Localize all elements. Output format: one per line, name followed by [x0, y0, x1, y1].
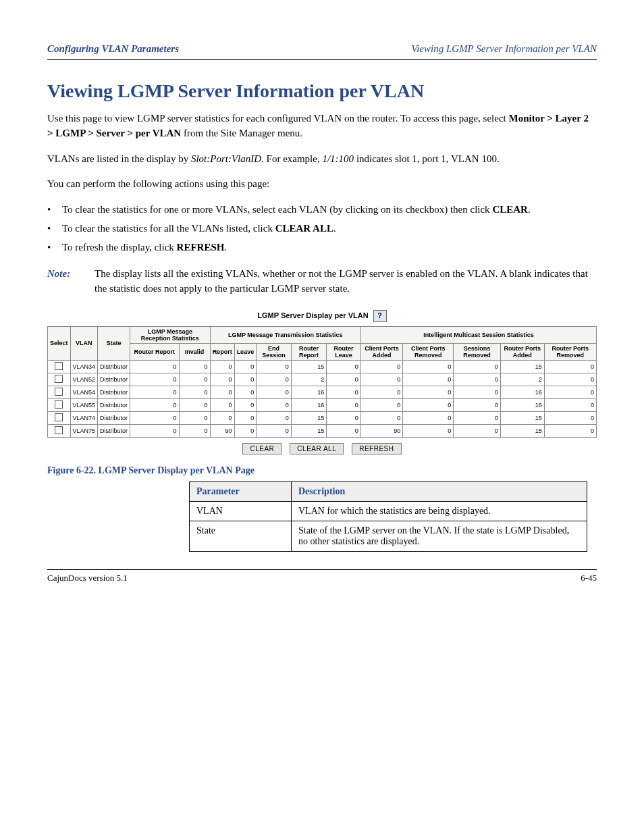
help-icon[interactable]: ?	[373, 310, 387, 322]
th-group-session: Intelligent Multicast Session Statistics	[360, 326, 596, 343]
cell-rx-router-report: 0	[130, 424, 179, 437]
cell-tx-router-report: 15	[291, 411, 326, 424]
cell-invalid: 0	[179, 373, 210, 386]
cell-report: 0	[210, 398, 234, 411]
cell-leave: 0	[234, 373, 257, 386]
cell-rx-router-report: 0	[130, 386, 179, 398]
th-invalid: Invalid	[179, 343, 210, 360]
table-row: VLAN75Distributor0090001509000150	[48, 424, 597, 437]
th-router-ports-removed: Router Ports Removed	[544, 343, 596, 360]
action-list: • To clear the statistics for one or mor…	[47, 203, 597, 255]
cell-state: Distributor	[98, 398, 130, 411]
cell-invalid: 0	[179, 360, 210, 373]
th-report: Report	[210, 343, 234, 360]
note-body: The display lists all the existing VLANs…	[95, 267, 597, 296]
cell-router-ports-removed: 0	[544, 411, 596, 424]
cell-client-ports-removed: 0	[403, 424, 454, 437]
clear-all-button[interactable]: CLEAR ALL	[290, 443, 344, 454]
cell-sessions-removed: 0	[454, 386, 500, 398]
row-checkbox[interactable]	[55, 413, 63, 421]
param-name: State	[190, 521, 292, 551]
cell-tx-router-leave: 0	[327, 386, 361, 398]
header-right: Viewing LGMP Server Information per VLAN	[411, 43, 597, 55]
cell-client-ports-removed: 0	[403, 360, 454, 373]
cell-router-ports-added: 16	[500, 386, 544, 398]
figure-screenshot: LGMP Server Display per VLAN ? Select VL…	[47, 310, 597, 454]
cell-client-ports-added: 0	[360, 373, 402, 386]
cell-rx-router-report: 0	[130, 411, 179, 424]
row-checkbox[interactable]	[55, 362, 63, 370]
cell-invalid: 0	[179, 398, 210, 411]
cell-router-ports-removed: 0	[544, 424, 596, 437]
cell-tx-router-report: 16	[291, 398, 326, 411]
table-row: VLAN54Distributor00000160000160	[48, 386, 597, 398]
cell-tx-router-report: 16	[291, 386, 326, 398]
list-item: • To clear the statistics for all the VL…	[47, 221, 597, 236]
cell-report: 0	[210, 373, 234, 386]
cell-client-ports-removed: 0	[403, 398, 454, 411]
cell-leave: 0	[234, 360, 257, 373]
cell-client-ports-removed: 0	[403, 386, 454, 398]
th-leave: Leave	[234, 343, 257, 360]
footer-left: CajunDocs version 5.1	[47, 573, 128, 583]
th-vlan: VLAN	[70, 326, 98, 360]
intro-paragraph-2: VLANs are listed in the display by Slot:…	[47, 152, 597, 167]
row-checkbox[interactable]	[55, 388, 63, 396]
cell-leave: 0	[234, 398, 257, 411]
page-footer: CajunDocs version 5.1 6-45	[47, 569, 597, 583]
cell-router-ports-added: 15	[500, 411, 544, 424]
th-sessions-removed: Sessions Removed	[454, 343, 500, 360]
table-row: State State of the LGMP server on the VL…	[190, 521, 587, 551]
figure-title-text: LGMP Server Display per VLAN	[257, 311, 368, 319]
cell-vlan: VLAN55	[70, 398, 98, 411]
cell-tx-router-report: 15	[291, 424, 326, 437]
cell-client-ports-added: 0	[360, 386, 402, 398]
cell-invalid: 0	[179, 424, 210, 437]
cell-client-ports-added: 0	[360, 411, 402, 424]
th-select: Select	[48, 326, 71, 360]
list-item: • To refresh the display, click REFRESH.	[47, 240, 597, 255]
cell-tx-router-leave: 0	[327, 398, 361, 411]
refresh-button[interactable]: REFRESH	[352, 443, 401, 454]
section-title: Viewing LGMP Server Information per VLAN	[47, 80, 597, 102]
cell-tx-router-leave: 0	[327, 411, 361, 424]
cell-invalid: 0	[179, 411, 210, 424]
cell-client-ports-added: 0	[360, 360, 402, 373]
cell-client-ports-removed: 0	[403, 373, 454, 386]
cell-end-session: 0	[257, 360, 292, 373]
cell-report: 0	[210, 411, 234, 424]
cell-vlan: VLAN52	[70, 373, 98, 386]
param-desc: VLAN for which the statistics are being …	[292, 501, 587, 521]
figure-caption: Figure 6-22. LGMP Server Display per VLA…	[47, 465, 597, 476]
cell-tx-router-report: 2	[291, 373, 326, 386]
cell-client-ports-added: 0	[360, 398, 402, 411]
cell-vlan: VLAN74	[70, 411, 98, 424]
table-row: VLAN52Distributor000002000020	[48, 373, 597, 386]
cell-state: Distributor	[98, 424, 130, 437]
cell-end-session: 0	[257, 386, 292, 398]
cell-state: Distributor	[98, 360, 130, 373]
th-tx-router-report: Router Report	[291, 343, 326, 360]
table-row: VLAN74Distributor00000150000150	[48, 411, 597, 424]
cell-sessions-removed: 0	[454, 373, 500, 386]
row-checkbox[interactable]	[55, 375, 63, 383]
table-row: VLAN34Distributor00000150000150	[48, 360, 597, 373]
row-checkbox[interactable]	[55, 426, 63, 434]
param-th-description: Description	[292, 481, 587, 501]
cell-router-ports-added: 16	[500, 398, 544, 411]
th-group-reception: LGMP Message Reception Statistics	[130, 326, 211, 343]
th-router-report: Router Report	[130, 343, 179, 360]
stats-table: Select VLAN State LGMP Message Reception…	[47, 326, 597, 438]
cell-sessions-removed: 0	[454, 398, 500, 411]
row-checkbox[interactable]	[55, 400, 63, 409]
clear-button[interactable]: CLEAR	[242, 443, 281, 454]
cell-router-ports-added: 2	[500, 373, 544, 386]
cell-vlan: VLAN54	[70, 386, 98, 398]
cell-router-ports-removed: 0	[544, 360, 596, 373]
th-tx-router-leave: Router Leave	[327, 343, 361, 360]
cell-end-session: 0	[257, 373, 292, 386]
page-header: Configuring VLAN Parameters Viewing LGMP…	[47, 41, 597, 60]
cell-sessions-removed: 0	[454, 424, 500, 437]
table-row: VLAN VLAN for which the statistics are b…	[190, 501, 587, 521]
cell-state: Distributor	[98, 386, 130, 398]
